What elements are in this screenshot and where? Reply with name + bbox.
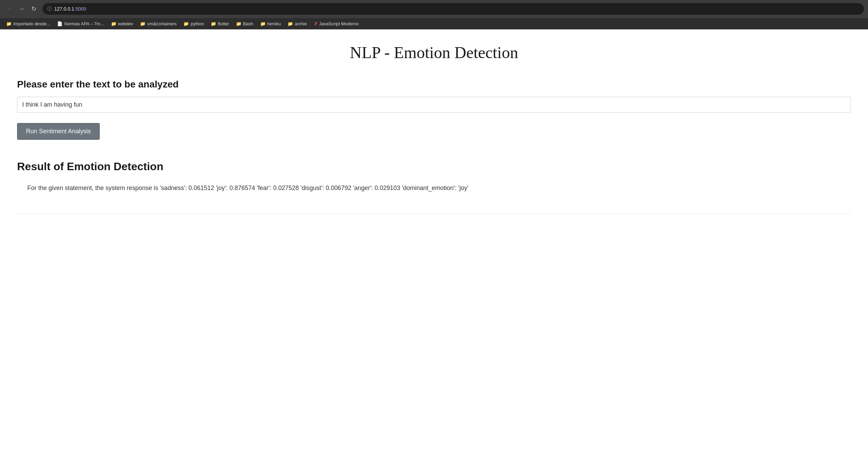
folder-icon: 📁: [211, 21, 216, 26]
browser-chrome: ← → ↻ ⓘ 127.0.0.1:5000 📁 Importado desde…: [0, 0, 868, 29]
folder-icon: 📁: [236, 21, 241, 26]
folder-icon: 📁: [260, 21, 266, 26]
folder-icon: 📁: [140, 21, 145, 26]
page-content: NLP - Emotion Detection Please enter the…: [0, 29, 868, 475]
result-section: Result of Emotion Detection For the give…: [17, 160, 851, 193]
bookmark-normas[interactable]: 📄 Normas APA – 7m...: [54, 20, 107, 27]
bookmark-bash[interactable]: 📁 Bash: [233, 20, 256, 27]
input-label: Please enter the text to be analyzed: [17, 79, 851, 90]
bookmark-label: python: [191, 21, 204, 26]
bookmark-archie[interactable]: 📁 archie: [285, 20, 309, 27]
result-title: Result of Emotion Detection: [17, 160, 851, 173]
url-port: :5000: [74, 6, 86, 12]
run-sentiment-analysis-button[interactable]: Run Sentiment Analysis: [17, 123, 100, 140]
bookmark-label: JavaScript Moderno: [319, 21, 359, 26]
bookmark-label: vm&containers: [147, 21, 177, 26]
nav-buttons: ← → ↻: [4, 4, 39, 14]
refresh-button[interactable]: ↻: [29, 4, 39, 14]
bookmark-webdev[interactable]: 📁 webdev: [108, 20, 136, 27]
bookmark-importado[interactable]: 📁 Importado desde...: [3, 20, 53, 27]
text-analysis-input[interactable]: [17, 97, 851, 113]
browser-toolbar: ← → ↻ ⓘ 127.0.0.1:5000: [0, 0, 868, 18]
page-title: NLP - Emotion Detection: [17, 43, 851, 62]
folder-icon: 📁: [111, 21, 116, 26]
folder-icon: 📄: [57, 21, 62, 26]
folder-icon: 📁: [183, 21, 189, 26]
back-button[interactable]: ←: [4, 4, 14, 14]
bookmark-heroku[interactable]: 📁 heroku: [257, 20, 284, 27]
bookmark-label: webdev: [118, 21, 134, 26]
bookmarks-bar: 📁 Importado desde... 📄 Normas APA – 7m..…: [0, 18, 868, 29]
lock-icon: ⓘ: [47, 6, 52, 12]
forward-button[interactable]: →: [16, 4, 27, 14]
bookmark-label: archie: [295, 21, 307, 26]
folder-icon: 📁: [6, 21, 12, 26]
bookmark-label: Bash: [243, 21, 253, 26]
bookmark-vmcontainers[interactable]: 📁 vm&containers: [137, 20, 179, 27]
special-icon: ✗: [314, 21, 318, 26]
url-display: 127.0.0.1:5000: [54, 6, 86, 12]
folder-icon: 📁: [288, 21, 293, 26]
bookmark-javascript-moderno[interactable]: ✗ JavaScript Moderno: [311, 20, 362, 27]
result-text: For the given statement, the system resp…: [17, 183, 851, 193]
bookmark-label: heroku: [267, 21, 281, 26]
bookmark-flutter[interactable]: 📁 flutter: [208, 20, 232, 27]
bookmark-python[interactable]: 📁 python: [181, 20, 207, 27]
bookmark-label: flutter: [218, 21, 229, 26]
input-section: Please enter the text to be analyzed Run…: [17, 79, 851, 140]
url-host: 127.0.0.1: [54, 6, 74, 12]
address-bar[interactable]: ⓘ 127.0.0.1:5000: [42, 3, 864, 15]
page-footer: [17, 214, 851, 214]
bookmark-label: Normas APA – 7m...: [64, 21, 104, 26]
bookmark-label: Importado desde...: [13, 21, 50, 26]
